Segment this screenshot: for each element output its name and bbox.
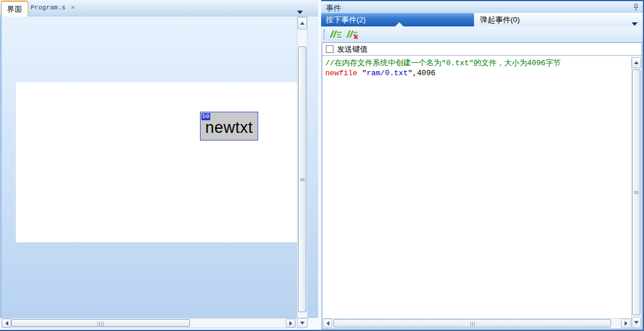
event-panel-titlebar: 事件 [321, 0, 643, 13]
widget-id-badge: b0 [201, 113, 211, 121]
event-tab-bar: 按下事件(2) 弹起事件(0) [321, 13, 643, 26]
selected-tab-notch [395, 22, 403, 26]
event-editor-area: 发送键值 //在内存文件系统中创建一个名为"0.txt"的文件，大小为4096字… [322, 42, 642, 329]
thumb-grip [300, 178, 305, 182]
vertical-scroll-thumb[interactable] [298, 46, 306, 312]
tab-press-event-label: 按下事件(2) [326, 15, 366, 25]
page-canvas[interactable]: b0 newtxt [16, 82, 298, 242]
event-panel: 事件 按下事件(2) 弹起事件(0) [321, 0, 643, 330]
code-string: ram/0.txt [366, 69, 408, 78]
tab-interface[interactable]: 界面 [1, 1, 28, 16]
editor-horizontal-scrollbar[interactable] [323, 318, 630, 328]
scroll-left-button[interactable] [323, 319, 332, 328]
vertical-scroll-thumb[interactable] [632, 69, 640, 315]
scrollbar-corner[interactable] [297, 318, 308, 328]
scroll-right-icon [625, 321, 628, 326]
toolbar-drag-handle[interactable] [323, 29, 325, 39]
close-icon[interactable]: × [71, 3, 75, 12]
widget-label: newtxt [205, 115, 253, 137]
tab-press-event[interactable]: 按下事件(2) [321, 13, 474, 26]
tab-release-event-label: 弹起事件(0) [480, 15, 520, 25]
scroll-up-button[interactable] [632, 57, 641, 68]
vertical-scroll-track[interactable] [632, 68, 641, 317]
send-key-row: 发送键值 [322, 43, 642, 56]
scroll-down-icon [634, 321, 639, 324]
design-canvas-viewport[interactable]: b0 newtxt [0, 16, 318, 318]
send-key-label: 发送键值 [337, 44, 368, 55]
thumb-grip [634, 190, 639, 195]
vertical-scroll-track[interactable] [298, 29, 307, 317]
scroll-right-button[interactable] [621, 319, 630, 328]
scroll-right-icon [289, 321, 292, 326]
scroll-down-button[interactable] [297, 318, 308, 328]
scroll-up-icon [300, 22, 305, 25]
tab-interface-label: 界面 [7, 4, 22, 15]
scroll-left-icon [5, 321, 8, 326]
send-key-checkbox[interactable] [326, 45, 333, 53]
tab-release-event[interactable]: 弹起事件(0) [474, 13, 643, 26]
event-toolbar [321, 26, 643, 42]
tab-program-s[interactable]: Program.s [31, 4, 65, 11]
scroll-left-button[interactable] [2, 319, 11, 327]
scroll-up-button[interactable] [298, 17, 307, 29]
horizontal-scroll-thumb[interactable] [333, 319, 611, 327]
design-horizontal-scrollbar[interactable] [1, 318, 296, 328]
horizontal-scroll-track[interactable] [332, 319, 621, 328]
thumb-grip [470, 318, 475, 329]
event-panel-title: 事件 [326, 3, 341, 14]
add-comment-icon[interactable] [329, 29, 343, 40]
pushpin-icon[interactable] [633, 3, 639, 14]
newtxt-button-widget[interactable]: b0 newtxt [200, 112, 258, 141]
code-line-statement: newfile "ram/0.txt",4096 [325, 68, 628, 78]
horizontal-scroll-thumb[interactable] [11, 319, 190, 327]
tab-program-s-label: Program.s [31, 4, 65, 11]
design-vertical-scrollbar[interactable] [297, 16, 308, 318]
editor-vertical-scrollbar[interactable] [631, 57, 641, 328]
code-editor[interactable]: //在内存文件系统中创建一个名为"0.txt"的文件，大小为4096字节 new… [322, 56, 631, 318]
code-keyword: newfile [325, 69, 358, 78]
scroll-left-icon [326, 321, 329, 326]
design-panel: 界面 Program.s × b0 newtxt [0, 0, 318, 330]
horizontal-scroll-track[interactable] [11, 319, 286, 327]
scroll-down-icon [300, 322, 305, 325]
thumb-grip [97, 318, 104, 329]
remove-comment-icon[interactable] [345, 29, 359, 40]
scroll-up-icon [634, 61, 639, 64]
scroll-right-button[interactable] [286, 319, 295, 327]
code-line-comment: //在内存文件系统中创建一个名为"0.txt"的文件，大小为4096字节 [325, 58, 628, 68]
hmi-editor-window: 界面 Program.s × b0 newtxt [0, 0, 644, 331]
scroll-down-button[interactable] [632, 317, 641, 328]
chevron-down-icon[interactable] [297, 6, 303, 16]
document-tab-bar: 界面 Program.s × [0, 0, 318, 16]
